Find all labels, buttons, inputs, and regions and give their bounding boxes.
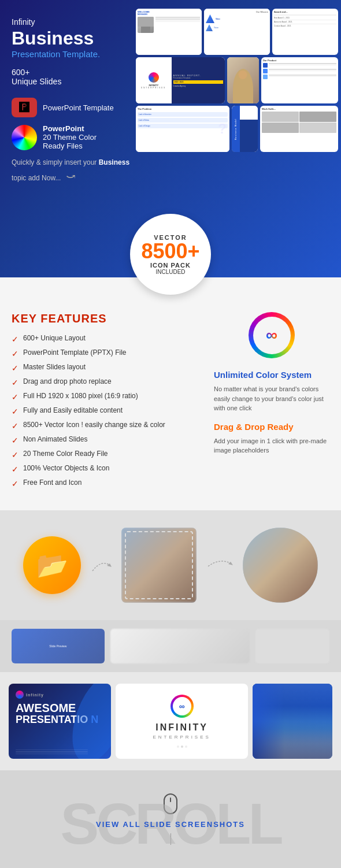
slide-thumb-mission: Our Mission Value Vision <box>204 9 270 55</box>
pill-powerpoint-label: PowerPoint Template <box>43 103 114 112</box>
feature-item-10: ✓ 100% Vector Objects & Icon <box>12 464 202 474</box>
building-shadow <box>253 721 332 759</box>
pill-theme: PowerPoint 20 Theme Color Ready Files <box>12 124 127 150</box>
feature-item-7: ✓ 8500+ Vector Icon ! easily change size… <box>12 421 202 431</box>
check-icon-3: ✓ <box>12 363 18 373</box>
infinity-logo-circle: ∞ <box>170 695 194 718</box>
feature-item-2: ✓ PowerPoint Template (PPTX) File <box>12 348 202 358</box>
pres-logo-icon <box>16 691 24 699</box>
check-icon-11: ✓ <box>12 479 18 488</box>
feature-item-8: ✓ Non Animated Slides <box>12 435 202 445</box>
slide-thumb-person <box>227 57 259 103</box>
feature-item-3: ✓ Master Slides layout <box>12 363 202 373</box>
feature-item-5: ✓ Full HD 1920 x 1080 pixel (16:9 ratio) <box>12 392 202 402</box>
feature-item-4: ✓ Drag and drop photo replace <box>12 377 202 387</box>
pill-powerpoint: 🅿 PowerPoint Template <box>12 98 127 117</box>
presentation-cards-row: Infinity AWESOME PRESENTATIO N ∞ <box>9 684 332 759</box>
slide-thumb-annual: INFINITY ENTERPRISES ANNUAL REPORT. Pres… <box>136 57 225 103</box>
pres-card-blue <box>253 684 332 759</box>
feature-item-6: ✓ Fully and Easily editable content <box>12 406 202 416</box>
infinity-icon-container: ∞ <box>214 312 329 358</box>
person-circle-1 <box>243 528 318 603</box>
pill-theme-line2: 20 Theme Color <box>43 133 97 142</box>
feature-text-8: Non Animated Slides <box>23 435 87 443</box>
arrow-right-2 <box>205 555 234 576</box>
features-section: KEY FEATURES ✓ 600+ Unique Layout ✓ Powe… <box>0 277 341 510</box>
pill-theme-line1: PowerPoint <box>43 124 97 133</box>
slide-preview-drag-3 <box>255 629 329 663</box>
presentations-section: Infinity AWESOME PRESENTATIO N ∞ <box>0 672 341 770</box>
slide-thumb-business-model: Business Model <box>232 106 258 152</box>
pres-awesome-text: AWESOME <box>16 702 76 714</box>
features-title: KEY FEATURES <box>12 312 202 325</box>
slide-thumb-problem: The Problem ? Lack of direction Lack of … <box>136 106 229 152</box>
feature-item-1: ✓ 600+ Unique Layout <box>12 334 202 344</box>
slide-thumb-gallery: Work Galle... <box>260 106 338 152</box>
unlimited-title: Unlimited Color System <box>214 370 329 380</box>
slides-count-number: 600+ <box>12 68 139 77</box>
pres-card-dark: Infinity AWESOME PRESENTATIO N <box>9 684 111 759</box>
hero-title-bold: Business <box>12 27 139 49</box>
feature-text-1: 600+ Unique Layout <box>23 334 86 342</box>
infinity-rainbow-circle: ∞ <box>249 312 295 358</box>
photo-placeholder-1 <box>121 528 197 603</box>
vector-number: 8500 <box>141 241 187 262</box>
feature-item-9: ✓ 20 Theme Color Ready File <box>12 450 202 459</box>
insert-text: Quickly & simply insert your Business to… <box>12 157 139 185</box>
hero-title-line1: Infinity <box>12 17 35 27</box>
view-all-text[interactable]: VIEW ALL SLIDE SCREENSHOTS <box>12 820 329 829</box>
feature-pills: 🅿 PowerPoint Template PowerPoint 20 Them… <box>12 98 127 150</box>
slide-preview-drag-2 <box>110 629 250 663</box>
feature-text-2: PowerPoint Template (PPTX) File <box>23 348 127 357</box>
folder-icon: 📂 <box>36 550 68 580</box>
dots-decoration <box>177 745 187 748</box>
vector-icon-label: ICON PACK <box>150 262 191 269</box>
features-right: ∞ Unlimited Color System No matter what … <box>214 312 329 493</box>
unlimited-text: No matter what is your brand's colors ea… <box>214 384 329 413</box>
pres-logo-name: Infinity <box>26 693 44 697</box>
arrow-right-1 <box>90 557 113 574</box>
vector-plus: + <box>188 241 200 262</box>
infinity-logo-sub: ENTERPRISES <box>153 735 210 740</box>
hero-subtitle: Presentation Template. <box>12 49 139 59</box>
arrow-svg-1 <box>90 557 113 574</box>
feature-item-11: ✓ Free Font and Icon <box>12 478 202 488</box>
slides-preview-grid: WELCOME MESSAGES <box>136 9 338 152</box>
pill-theme-line3: Ready Files <box>43 142 97 150</box>
feature-text-10: 100% Vector Objects & Icon <box>23 464 109 472</box>
feature-text-6: Fully and Easily editable content <box>23 406 123 414</box>
pres-card-white: ∞ INFINITY ENTERPRISES <box>116 684 248 759</box>
drag-drop-section: 📂 <box>0 510 341 620</box>
features-left: KEY FEATURES ✓ 600+ Unique Layout ✓ Powe… <box>12 312 202 493</box>
feature-text-5: Full HD 1920 x 1080 pixel (16:9 ratio) <box>23 392 138 400</box>
check-icon-7: ✓ <box>12 421 18 431</box>
feature-text-9: 20 Theme Color Ready File <box>23 450 108 458</box>
slides-count-label: Unique Slides <box>12 77 139 86</box>
check-icon-9: ✓ <box>12 450 18 459</box>
slide-thumb-award: Award and... Best Award 5 - 2021 Awesome… <box>272 9 338 55</box>
arrow-svg-2 <box>205 555 234 572</box>
check-icon-8: ✓ <box>12 436 18 445</box>
check-icon-2: ✓ <box>12 349 18 358</box>
features-list: ✓ 600+ Unique Layout ✓ PowerPoint Templa… <box>12 334 202 488</box>
feature-text-11: Free Font and Icon <box>23 478 81 487</box>
slide-thumb-welcome: WELCOME MESSAGES <box>136 9 202 55</box>
scroll-section: VIEW ALL SLIDE SCREENSHOTS SCROLL <box>0 770 341 868</box>
slide-preview-drag-1: Slide Preview <box>12 629 105 663</box>
feature-text-3: Master Slides layout <box>23 363 86 371</box>
hero-slides-count: 600+ Unique Slides <box>12 68 139 86</box>
infinity-logo-text: INFINITY <box>155 722 208 733</box>
check-icon-1: ✓ <box>12 335 18 344</box>
drag-drop-title: Drag & Drop Ready <box>214 422 329 432</box>
hero-title: Infinity Business <box>12 17 139 49</box>
feature-text-7: 8500+ Vector Icon ! easily change size &… <box>23 421 165 429</box>
folder-icon-circle: 📂 <box>23 536 81 594</box>
vector-included: INCLUDED <box>155 269 185 275</box>
feature-text-4: Drag and drop photo replace <box>23 377 112 385</box>
slide-thumb-product: Our Product <box>261 57 338 103</box>
check-icon-4: ✓ <box>12 378 18 387</box>
pres-card-body-text <box>16 750 88 755</box>
hero-section: Infinity Business Presentation Template.… <box>0 0 341 277</box>
svg-marker-1 <box>228 562 233 565</box>
check-icon-5: ✓ <box>12 392 18 402</box>
